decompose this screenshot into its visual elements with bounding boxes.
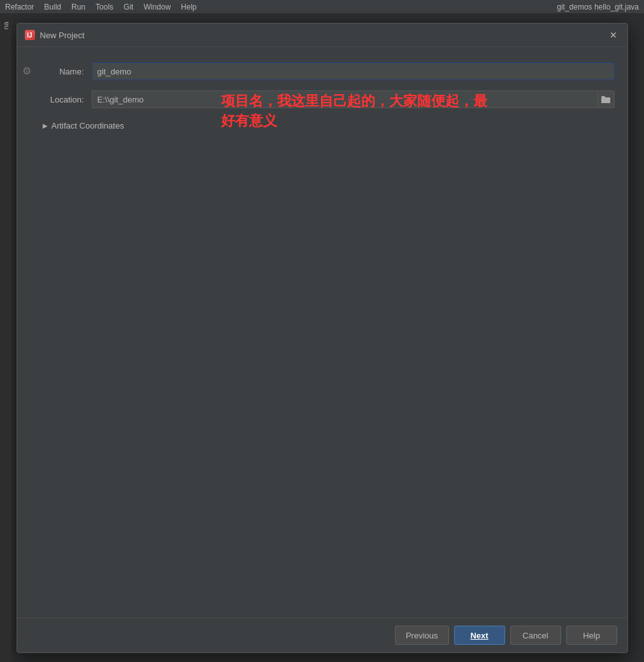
menu-window[interactable]: Window	[143, 3, 171, 11]
menu-tools[interactable]: Tools	[96, 3, 113, 11]
new-project-dialog: IJ New Project ✕ ⚙ Name: 项目名，我这里自己起的，大家随…	[17, 23, 628, 653]
name-input[interactable]	[92, 62, 615, 80]
location-field-row: Location:	[30, 90, 615, 108]
menu-help[interactable]: Help	[181, 3, 197, 11]
dialog-title-text: New Project	[40, 31, 85, 40]
help-button[interactable]: Help	[566, 626, 617, 645]
next-button[interactable]: Next	[454, 626, 505, 645]
artifact-coordinates-row[interactable]: ▶ Artifact Coordinates	[30, 121, 615, 130]
dialog-close-button[interactable]: ✕	[607, 29, 620, 41]
ide-menubar: Refactor Build Run Tools Git Window Help…	[0, 0, 644, 14]
dialog-footer: Previous Next Cancel Help	[17, 617, 627, 652]
previous-button-label: Previous	[406, 631, 438, 640]
dialog-content: ⚙ Name: 项目名，我这里自己起的，大家随便起，最 好有意义 Locatio…	[17, 47, 627, 617]
dialog-title-left: IJ New Project	[25, 30, 85, 40]
ide-left-sidebar: na	[0, 14, 11, 662]
file-info: git_demos hello_git.java	[557, 3, 639, 11]
settings-gear-icon[interactable]: ⚙	[22, 65, 31, 77]
dialog-app-icon: IJ	[25, 30, 35, 40]
menu-refactor[interactable]: Refactor	[5, 3, 34, 11]
artifact-coordinates-label: Artifact Coordinates	[52, 121, 124, 130]
svg-rect-1	[601, 96, 605, 98]
svg-rect-0	[601, 97, 610, 103]
location-label: Location:	[43, 95, 84, 104]
help-button-label: Help	[583, 631, 600, 640]
menu-run[interactable]: Run	[71, 3, 85, 11]
name-field-row: Name:	[30, 62, 615, 80]
dialog-titlebar: IJ New Project ✕	[17, 24, 627, 47]
sidebar-label: na	[2, 22, 10, 29]
previous-button[interactable]: Previous	[395, 626, 449, 645]
folder-icon	[601, 95, 610, 103]
name-label: Name:	[43, 67, 84, 76]
location-browse-button[interactable]	[597, 91, 614, 108]
artifact-chevron-icon: ▶	[43, 122, 48, 129]
cancel-button-label: Cancel	[522, 631, 548, 640]
location-input[interactable]	[92, 95, 597, 104]
cancel-button[interactable]: Cancel	[510, 626, 561, 645]
next-button-label: Next	[470, 631, 488, 640]
location-input-wrap	[92, 90, 615, 108]
icon-label: IJ	[27, 32, 32, 39]
menu-build[interactable]: Build	[44, 3, 61, 11]
menu-git[interactable]: Git	[124, 3, 133, 11]
dialog-overlay: IJ New Project ✕ ⚙ Name: 项目名，我这里自己起的，大家随…	[0, 14, 644, 662]
